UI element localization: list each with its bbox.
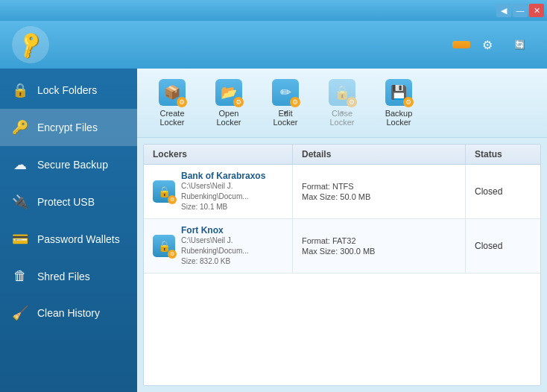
sidebar-item-shred-files[interactable]: 🗑 Shred Files [0,258,137,294]
col-details: Details [293,145,466,164]
detail-cell-0: Format: NTFS Max Size: 50.0 MB [293,165,466,218]
sidebar-item-password-wallets[interactable]: 💳 Password Wallets [0,221,137,258]
gear-icon: ⚙ [482,38,493,52]
gear-badge-0: ⚙ [168,195,177,204]
toolbar-close-locker: 🔒 ⚙ CloseLocker [316,75,368,131]
corner-gear: ⚙ [177,97,187,107]
sidebar-item-protect-usb[interactable]: 🔌 Protect USB [0,183,137,221]
protect-usb-icon: 🔌 [12,194,28,210]
support-icon: 🔄 [514,39,525,50]
sidebar-label-lock-folders: Lock Folders [37,84,97,96]
sidebar-item-secure-backup[interactable]: ☁ Secure Backup [0,146,137,183]
encrypt-files-icon: 🔑 [12,119,28,136]
corner-gear: ⚙ [403,97,414,107]
toolbar-edit-locker[interactable]: ✏ ⚙ EditLocker [259,75,312,131]
clean-history-icon: 🧹 [12,305,28,321]
status-cell-1: Closed [466,219,540,273]
table-row[interactable]: 🔒 ⚙ Bank of Karabraxos C:\Users\Neil J. … [144,165,540,219]
sidebar-label-clean-history: Clean History [37,307,100,319]
locker-path-1: C:\Users\Neil J. Rubenking\Docum... [181,235,283,256]
detail-cell-1: Format: FAT32 Max Size: 300.0 MB [293,219,466,273]
sidebar-label-encrypt-files: Encrypt Files [37,121,98,133]
back-button[interactable]: ◀ [496,4,511,17]
locker-name-0: Bank of Karabraxos [181,171,283,181]
sidebar-item-clean-history[interactable]: 🧹 Clean History [0,294,137,332]
locker-maxsize-0: Max Size: 50.0 MB [302,192,370,201]
header: 🔑 ⚙ 🔄 [0,21,547,69]
locker-icon-0: 🔒 ⚙ [153,180,175,203]
key-icon: 🔑 [14,29,46,61]
corner-gear: ⚙ [290,97,300,107]
edit-locker-icon: ✏ ⚙ [272,79,299,106]
main-layout: 🔒 Lock Folders 🔑 Encrypt Files ☁ Secure … [0,69,547,392]
settings-button[interactable]: ⚙ [476,35,502,55]
header-right: ⚙ 🔄 [452,35,535,55]
logo-icon-wrapper: 🔑 [12,26,49,63]
sidebar-label-protect-usb: Protect USB [37,196,95,208]
locker-path-0: C:\Users\Neil J. Rubenking\Docum... [181,181,283,202]
corner-gear: ⚙ [233,97,244,107]
col-status: Status [466,145,540,164]
create-locker-icon: 📦 ⚙ [159,79,186,106]
status-cell-0: Closed [466,165,540,218]
close-button[interactable]: ✕ [529,4,544,17]
locker-icon-1: 🔒 ⚙ [153,235,175,257]
status-badge-0: Closed [475,186,502,197]
title-bar: ◀ — ✕ [0,0,547,21]
status-badge-1: Closed [475,241,502,251]
lock-folders-icon: 🔒 [12,82,28,98]
secure-backup-icon: ☁ [12,157,28,173]
table-header: Lockers Details Status [144,145,540,165]
create-locker-label: CreateLocker [159,109,184,127]
col-lockers: Lockers [144,145,293,164]
corner-gear: ⚙ [347,97,357,107]
sidebar-item-encrypt-files[interactable]: 🔑 Encrypt Files [0,109,137,146]
locker-size-1: Size: 832.0 KB [181,256,283,267]
table-body: 🔒 ⚙ Bank of Karabraxos C:\Users\Neil J. … [144,165,540,274]
shred-files-icon: 🗑 [12,268,28,284]
locker-info-0: Bank of Karabraxos C:\Users\Neil J. Rube… [181,171,283,212]
minimize-button[interactable]: — [513,4,528,17]
registered-badge [452,41,470,48]
sidebar-label-password-wallets: Password Wallets [37,233,120,245]
sidebar-item-lock-folders[interactable]: 🔒 Lock Folders [0,72,137,109]
locker-size-0: Size: 10.1 MB [181,202,283,212]
close-locker-icon: 🔒 ⚙ [329,79,355,106]
content-area: 📦 ⚙ CreateLocker 📂 ⚙ OpenLocker ✏ ⚙ Edit… [137,69,547,392]
locker-info-1: Fort Knox C:\Users\Neil J. Rubenking\Doc… [181,225,283,267]
locker-cell-0: 🔒 ⚙ Bank of Karabraxos C:\Users\Neil J. … [144,165,293,218]
locker-format-1: Format: FAT32 [302,236,375,245]
backup-locker-label: BackupLocker [385,109,413,127]
sidebar-label-shred-files: Shred Files [37,271,90,282]
toolbar: 📦 ⚙ CreateLocker 📂 ⚙ OpenLocker ✏ ⚙ Edit… [137,69,547,138]
locker-maxsize-1: Max Size: 300.0 MB [302,247,375,256]
support-button[interactable]: 🔄 [508,37,535,53]
sidebar-label-secure-backup: Secure Backup [37,159,108,171]
password-wallets-icon: 💳 [12,231,28,247]
gear-badge-1: ⚙ [168,250,177,259]
toolbar-open-locker[interactable]: 📂 ⚙ OpenLocker [203,75,255,131]
locker-format-0: Format: NTFS [302,182,370,191]
app-logo: 🔑 [12,26,57,63]
locker-cell-1: 🔒 ⚙ Fort Knox C:\Users\Neil J. Rubenking… [144,219,293,273]
backup-locker-icon: 💾 ⚙ [385,79,412,106]
open-locker-icon: 📂 ⚙ [215,79,242,106]
table-row[interactable]: 🔒 ⚙ Fort Knox C:\Users\Neil J. Rubenking… [144,219,540,274]
sidebar: 🔒 Lock Folders 🔑 Encrypt Files ☁ Secure … [0,69,137,392]
lockers-table: Lockers Details Status 🔒 ⚙ Bank of Karab… [143,144,541,386]
open-locker-label: OpenLocker [216,109,241,127]
locker-name-1: Fort Knox [181,225,283,235]
toolbar-backup-locker[interactable]: 💾 ⚙ BackupLocker [373,75,425,131]
toolbar-create-locker[interactable]: 📦 ⚙ CreateLocker [146,75,198,131]
